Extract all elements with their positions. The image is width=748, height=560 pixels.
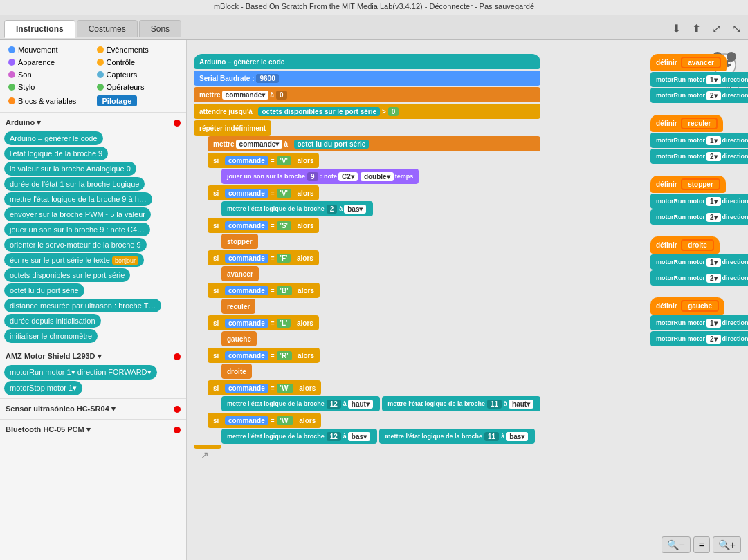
block-motor2-backward-200[interactable]: motorRun motor 2▾ direction BACKWARD▾ sp… (650, 331, 748, 346)
cat-controle[interactable]: Contrôle (94, 57, 181, 68)
block-jouer-son[interactable]: jouer un son sur la broche 9 : note C4… (4, 223, 150, 236)
block-repeter[interactable]: répéter indéfiniment (194, 120, 271, 136)
block-define-droite[interactable]: définir droite (650, 236, 720, 254)
block-define-avancer[interactable]: définir avancer (650, 54, 727, 71)
block-etat-logique[interactable]: l'état logique de la broche 9 (4, 147, 108, 160)
block-motor1-forward-255[interactable]: motorRun motor 1▾ direction FORWARD▾ spe… (650, 133, 748, 148)
tab-sons[interactable]: Sons (139, 20, 181, 37)
block-si-v2[interactable]: si commande = 'V' alors (208, 185, 319, 200)
cat-blocs[interactable]: Blocs & variables (6, 94, 93, 108)
block-stopper[interactable]: stopper (221, 234, 258, 249)
section-bluetooth[interactable]: Bluetooth HC-05 PCM ▾ (0, 422, 186, 437)
block-si-r[interactable]: si commande = 'R' alors (208, 348, 320, 363)
define-droite-group: définir droite motorRun motor 1▾ directi… (650, 236, 748, 286)
fullscreen-icon[interactable]: ⤢ (709, 21, 724, 37)
block-motor1-forward-200[interactable]: motorRun motor 1▾ direction FORWARD▾ spe… (650, 315, 748, 330)
export-icon[interactable]: ⬆ (689, 21, 704, 37)
block-arduino-header[interactable]: Arduino – générer le code (194, 54, 540, 69)
block-mettre-octet[interactable]: mettre commande▾ à octet lu du port séri… (208, 136, 540, 151)
cat-mouvement[interactable]: Mouvement (6, 44, 93, 55)
define-stopper-group: définir stopper motorRun motor 1▾ direct… (650, 176, 748, 225)
canvas-area[interactable]: x: -7 y: 12 Arduino – générer le code Se… (187, 40, 748, 560)
cat-son[interactable]: Son (6, 69, 93, 80)
block-duree-init[interactable]: durée depuis initialisation (4, 314, 101, 328)
block-motor2-forward-255[interactable]: motorRun motor 2▾ direction FORWARD▾ spe… (650, 149, 748, 164)
si-s-body: stopper (221, 234, 540, 250)
shrink-icon[interactable]: ⤡ (729, 21, 744, 37)
block-droite[interactable]: droite (221, 364, 252, 379)
zoom-out-button[interactable]: 🔍− (662, 536, 690, 553)
block-serial-baudrate[interactable]: Serial Baudrate : 9600 (194, 71, 540, 86)
cat-pilotage[interactable]: Pilotage (94, 94, 181, 108)
cat-apparence[interactable]: Apparence (6, 57, 93, 68)
block-define-reculer[interactable]: définir reculer (650, 115, 723, 132)
block-si-s[interactable]: si commande = 'S' alors (208, 218, 319, 233)
block-define-gauche[interactable]: définir gauche (650, 297, 724, 315)
tab-costumes[interactable]: Costumes (77, 20, 138, 37)
block-ecrire-serie[interactable]: écrire sur le port série le texte bonjou… (4, 253, 144, 267)
block-init-chrono[interactable]: initialiser le chronomètre (4, 329, 98, 343)
arduino-dot (174, 120, 181, 127)
block-motor2-backward-0[interactable]: motorRun motor 2▾ direction BACKWARD▾ sp… (650, 209, 748, 225)
inner-blocks: mettre commande▾ à octet lu du port séri… (208, 136, 540, 445)
cat-mouvement-label: Mouvement (18, 46, 57, 54)
block-broche12-haut[interactable]: mettre l'état logique de la broche 12 à … (221, 396, 380, 411)
si-f-body: avancer (221, 266, 540, 282)
block-mettre-commande[interactable]: mettre commande▾ à 0 (194, 87, 540, 102)
block-arduino-code[interactable]: Arduino – générer le code (4, 131, 103, 145)
si-w1-body: mettre l'état logique de la broche 12 à … (221, 396, 540, 412)
block-servo[interactable]: orienter le servo-moteur de la broche 9 (4, 238, 147, 252)
block-duree-etat[interactable]: durée de l'état 1 sur la broche Logique (4, 177, 145, 191)
block-si-v[interactable]: si commande = 'V' alors (208, 153, 319, 168)
block-motor1-backward-0[interactable]: motorRun motor 1▾ direction BACKWARD▾ sp… (650, 194, 748, 209)
import-icon[interactable]: ⬇ (669, 21, 684, 37)
bottom-arrow: ↗ (201, 449, 540, 460)
si-l-body: gauche (221, 331, 540, 347)
block-avancer[interactable]: avancer (221, 266, 259, 281)
block-pwm[interactable]: envoyer sur la broche PWM~ 5 la valeur (4, 207, 151, 221)
zoom-reset-button[interactable]: = (693, 536, 710, 553)
sensor-dot (174, 406, 181, 413)
cat-evenements[interactable]: Évènements (94, 44, 181, 55)
block-motor2-backward-255[interactable]: motorRun motor 2▾ direction BACKWARD▾ sp… (650, 88, 748, 103)
block-etat-broche2[interactable]: mettre l'état logique de la broche 2 à b… (221, 201, 373, 216)
cat-capteurs[interactable]: Capteurs (94, 69, 181, 80)
block-motor1-backward-255[interactable]: motorRun motor 1▾ direction BACKWARD▾ sp… (650, 72, 748, 87)
block-ultrason[interactable]: distance mesurée par ultrason : broche T… (4, 299, 161, 312)
block-attendre[interactable]: attendre jusqu'à octets disponibles sur … (194, 104, 540, 119)
section-sensor[interactable]: Sensor ultrasónico HC-SR04 ▾ (0, 402, 186, 416)
block-valeur-analogique[interactable]: la valeur sur la broche Analogique 0 (4, 162, 136, 176)
block-octet-lu[interactable]: octet lu du port série (4, 283, 84, 297)
block-si-b[interactable]: si commande = 'B' alors (208, 283, 320, 298)
sidebar: Mouvement Évènements Apparence Contrôle … (0, 40, 187, 560)
block-si-l[interactable]: si commande = 'L' alors (208, 315, 319, 330)
block-broche11-haut[interactable]: mettre l'état logique de la broche 11 à … (382, 396, 540, 411)
cat-stylo[interactable]: Stylo (6, 82, 93, 93)
cat-operateurs[interactable]: Opérateurs (94, 82, 181, 93)
category-grid: Mouvement Évènements Apparence Contrôle … (0, 40, 186, 113)
block-motor1-backward-200[interactable]: motorRun motor 1▾ direction BACKWARD▾ sp… (650, 254, 748, 270)
block-jouer-son-v[interactable]: jouer un son sur la broche 9 : note C2▾ … (221, 169, 419, 184)
block-broche11-bas[interactable]: mettre l'état logique de la broche 11 à … (379, 429, 535, 444)
cat-operateurs-label: Opérateurs (107, 83, 145, 91)
block-gauche[interactable]: gauche (221, 331, 257, 346)
section-arduino[interactable]: Arduino ▾ (0, 115, 186, 130)
block-broche12-bas[interactable]: mettre l'état logique de la broche 12 à … (221, 429, 377, 444)
block-list: Arduino ▾ Arduino – générer le code l'ét… (0, 113, 186, 560)
block-octets-serie[interactable]: octets disponibles sur le port série (4, 268, 130, 282)
block-si-w1[interactable]: si commande = 'W' alors (208, 380, 321, 395)
zoom-in-button[interactable]: 🔍+ (713, 536, 741, 553)
cat-son-label: Son (18, 71, 32, 79)
tab-instructions[interactable]: Instructions (4, 20, 75, 38)
cat-evenements-label: Évènements (107, 46, 149, 54)
block-reculer[interactable]: reculer (221, 299, 255, 314)
block-motorstop[interactable]: motorStop motor 1▾ (4, 381, 82, 395)
block-define-stopper[interactable]: définir stopper (650, 176, 726, 193)
block-si-w2[interactable]: si commande = 'W' alors (208, 413, 321, 428)
block-si-f[interactable]: si commande = 'F' alors (208, 250, 319, 265)
section-amz[interactable]: AMZ Motor Shield L293D ▾ (0, 349, 186, 364)
section-amz-label: AMZ Motor Shield L293D ▾ (6, 352, 102, 361)
block-motor2-forward-200[interactable]: motorRun motor 2▾ direction FORWARD▾ spe… (650, 270, 748, 286)
block-mettre-etat[interactable]: mettre l'état logique de la broche 9 à h… (4, 192, 152, 206)
block-motorrun[interactable]: motorRun motor 1▾ direction FORWARD▾ (4, 365, 157, 380)
